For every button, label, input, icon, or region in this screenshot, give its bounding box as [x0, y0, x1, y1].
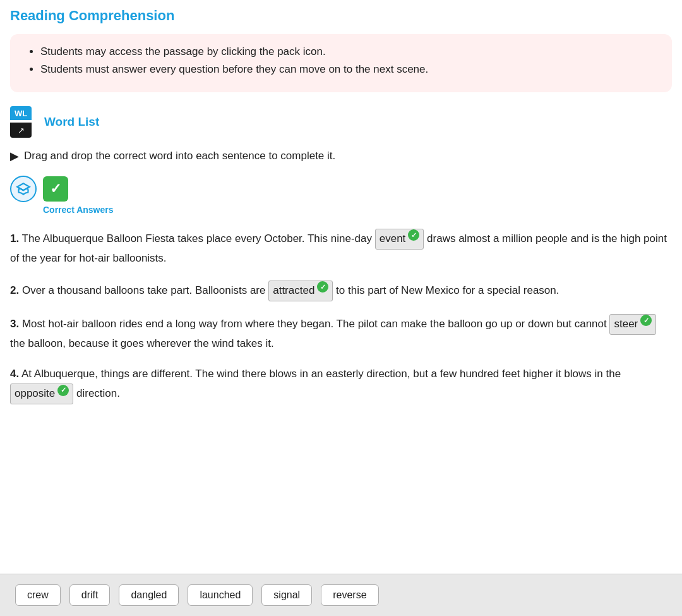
word-list-link[interactable]: Word List [44, 115, 99, 129]
q3-answer-text: steer [614, 315, 638, 334]
q1-answer-text: event [380, 230, 406, 248]
question-2: 2. Over a thousand balloons take part. B… [10, 281, 672, 301]
q1-check-badge: ✓ [408, 229, 419, 241]
q2-answer-text: attracted [273, 282, 314, 300]
q2-after: to this part of New Mexico for a special… [336, 284, 559, 296]
info-item-1: Students may access the passage by click… [40, 45, 657, 58]
wl-icon: WL ↗ [10, 106, 38, 138]
wl-top-label: WL [10, 106, 32, 120]
check-answer-icon[interactable]: ✓ [43, 176, 68, 202]
q3-after: the balloon, because it goes wherever th… [10, 337, 274, 349]
q1-answer-word: event ✓ [375, 229, 424, 250]
external-link-icon: ↗ [18, 126, 25, 135]
wl-bottom-icon: ↗ [10, 123, 32, 138]
info-item-2: Students must answer every question befo… [40, 63, 657, 76]
q4-answer-text: opposite [15, 385, 55, 403]
q1-before: The Albuquerque Balloon Fiesta takes pla… [22, 233, 375, 245]
q4-check-badge: ✓ [57, 385, 69, 396]
q2-number: 2. [10, 284, 19, 296]
info-box: Students may access the passage by click… [10, 34, 672, 92]
question-1: 1. The Albuquerque Balloon Fiesta takes … [10, 229, 672, 268]
q4-before: At Albuquerque, things are different. Th… [21, 368, 621, 380]
checkmark-icon: ✓ [50, 181, 61, 197]
questions-section: 1. The Albuquerque Balloon Fiesta takes … [10, 229, 672, 404]
instruction-line: ▶ Drag and drop the correct word into ea… [10, 149, 672, 163]
correct-answers-section: ✓ Correct Answers [10, 176, 672, 215]
student-icon [10, 176, 37, 202]
q3-before: Most hot-air balloon rides end a long wa… [22, 318, 610, 330]
instruction-text: Drag and drop the correct word into each… [24, 150, 335, 162]
correct-answers-label: Correct Answers [43, 205, 114, 215]
q1-number: 1. [10, 233, 19, 245]
q4-answer-word: opposite ✓ [10, 383, 73, 404]
q3-check-badge: ✓ [640, 315, 652, 326]
word-list-section: WL ↗ Word List [10, 106, 672, 138]
q2-before: Over a thousand balloons take part. Ball… [22, 284, 268, 296]
info-list: Students may access the passage by click… [25, 45, 657, 76]
q4-number: 4. [10, 368, 19, 380]
arrow-icon: ▶ [10, 149, 19, 163]
q3-answer-word: steer ✓ [609, 314, 656, 335]
q3-number: 3. [10, 318, 19, 330]
q2-answer-word: attracted ✓ [268, 281, 333, 301]
q4-after: direction. [76, 387, 120, 399]
icons-row: ✓ [10, 176, 68, 202]
q2-check-badge: ✓ [317, 281, 328, 293]
question-3: 3. Most hot-air balloon rides end a long… [10, 314, 672, 353]
page-title: Reading Comprehension [10, 8, 672, 24]
question-4: 4. At Albuquerque, things are different.… [10, 365, 672, 404]
